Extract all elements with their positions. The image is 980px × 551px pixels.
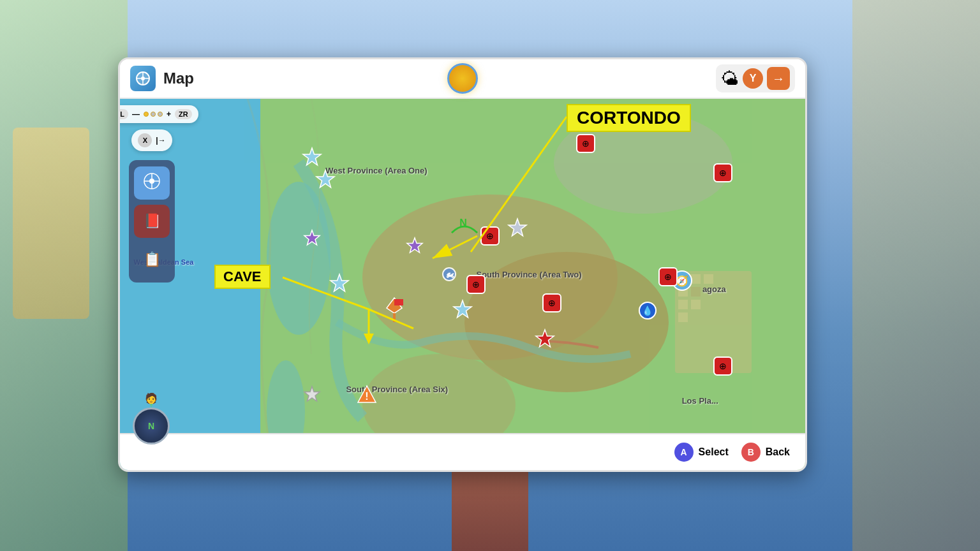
compass: 🧑 ↑ N bbox=[133, 408, 170, 444]
svg-marker-32 bbox=[536, 330, 554, 347]
bg-building bbox=[13, 128, 89, 319]
a-button[interactable]: A bbox=[674, 443, 694, 462]
marker-blue-1[interactable] bbox=[329, 273, 350, 296]
svg-point-1 bbox=[141, 77, 145, 80]
marker-blue-2[interactable] bbox=[452, 299, 473, 322]
svg-marker-25 bbox=[316, 170, 334, 187]
zoom-plus-symbol: + bbox=[167, 110, 171, 119]
svg-rect-10 bbox=[691, 274, 701, 284]
expand-icon: |→ bbox=[156, 136, 165, 145]
svg-text:🏍: 🏍 bbox=[445, 270, 454, 279]
svg-marker-28 bbox=[304, 230, 320, 245]
marker-purple-1[interactable] bbox=[405, 237, 424, 258]
zoom-dots bbox=[144, 112, 163, 117]
svg-rect-14 bbox=[678, 300, 688, 309]
svg-rect-11 bbox=[704, 274, 713, 284]
map-header: Map 🌤 Y → bbox=[120, 59, 805, 99]
bg-right bbox=[852, 0, 980, 551]
header-center bbox=[447, 63, 478, 94]
time-of-day-icon bbox=[447, 63, 478, 94]
marker-pokecenter-top-right[interactable]: ⊕ bbox=[713, 163, 732, 182]
back-btn-group[interactable]: B Back bbox=[741, 443, 790, 462]
svg-marker-29 bbox=[330, 274, 348, 291]
map-content[interactable]: N West Province (Area One) South Provinc… bbox=[120, 99, 805, 470]
bottom-bar: A Select B Back bbox=[120, 433, 805, 470]
svg-marker-27 bbox=[407, 238, 422, 253]
svg-point-42 bbox=[149, 179, 154, 184]
marker-pokecenter-2[interactable]: ⊕ bbox=[466, 275, 486, 294]
compass-north-label: N bbox=[148, 421, 154, 431]
svg-marker-31 bbox=[509, 219, 526, 236]
zoom-dot-1 bbox=[144, 112, 149, 117]
svg-text:!: ! bbox=[365, 391, 368, 402]
pokedex-icon: 📕 bbox=[144, 213, 161, 230]
marker-red-1[interactable] bbox=[535, 328, 555, 351]
marker-gym-1[interactable] bbox=[315, 169, 336, 192]
svg-rect-15 bbox=[691, 300, 701, 309]
compass-body: N bbox=[133, 408, 170, 444]
svg-rect-13 bbox=[691, 287, 701, 297]
expand-control[interactable]: X |→ bbox=[131, 129, 172, 151]
header-right: 🌤 Y → bbox=[716, 64, 795, 92]
marker-pokecenter-3[interactable]: ⊕ bbox=[480, 226, 500, 246]
marker-poke-right[interactable]: ⊕ bbox=[658, 267, 678, 286]
map-nav-icon bbox=[142, 172, 161, 195]
zoom-out-button[interactable]: ZL bbox=[120, 109, 128, 119]
trainer-icon: 📋 bbox=[144, 251, 161, 268]
white-marker[interactable] bbox=[302, 385, 322, 407]
marker-pokecenter-4[interactable]: ⊕ bbox=[542, 293, 561, 312]
player-marker: 🏍 bbox=[434, 264, 464, 297]
zoom-in-button[interactable]: ZR bbox=[175, 109, 192, 119]
marker-pokecenter-6[interactable]: ⊕ bbox=[713, 356, 732, 376]
marker-pokecenter-1[interactable]: ⊕ bbox=[576, 134, 595, 153]
nav-tab-trainer[interactable]: 📋 bbox=[134, 243, 170, 276]
nav-tab-map[interactable] bbox=[134, 166, 170, 200]
cave-label: CAVE bbox=[214, 265, 271, 289]
svg-rect-16 bbox=[678, 312, 688, 322]
nav-tabs: 📕 📋 bbox=[129, 160, 175, 283]
x-button[interactable]: X bbox=[138, 133, 152, 147]
exit-button[interactable]: → bbox=[767, 67, 790, 90]
map-title: Map bbox=[163, 70, 716, 87]
svg-marker-26 bbox=[303, 148, 321, 165]
weather-icon: 🌤 bbox=[721, 68, 739, 89]
map-window: Map 🌤 Y → bbox=[118, 57, 807, 472]
svg-marker-40 bbox=[304, 386, 320, 401]
zoom-separator: — bbox=[132, 110, 140, 119]
marker-purple-2[interactable] bbox=[302, 229, 322, 251]
map-terrain: N West Province (Area One) South Provinc… bbox=[120, 99, 805, 470]
back-label: Back bbox=[766, 446, 790, 458]
cortondo-label: CORTONDO bbox=[567, 104, 691, 132]
marker-silver-1[interactable] bbox=[507, 217, 528, 240]
b-button[interactable]: B bbox=[741, 443, 761, 462]
select-label: Select bbox=[699, 446, 729, 458]
warning-marker[interactable]: ! bbox=[355, 383, 378, 409]
y-button[interactable]: Y bbox=[743, 68, 763, 89]
select-btn-group[interactable]: A Select bbox=[674, 443, 729, 462]
svg-rect-36 bbox=[393, 313, 396, 322]
svg-rect-37 bbox=[394, 299, 403, 305]
map-app-icon bbox=[130, 66, 156, 91]
nav-tab-pokedex[interactable]: 📕 bbox=[134, 205, 170, 238]
zoom-dot-2 bbox=[151, 112, 156, 117]
flag-marker[interactable] bbox=[384, 295, 405, 326]
marker-pokecenter-5[interactable]: 💧 bbox=[639, 302, 657, 320]
zoom-dot-3 bbox=[158, 112, 163, 117]
svg-marker-30 bbox=[454, 300, 471, 318]
marker-gym-2[interactable] bbox=[302, 147, 322, 170]
zoom-control[interactable]: ZL — + ZR bbox=[120, 105, 198, 123]
